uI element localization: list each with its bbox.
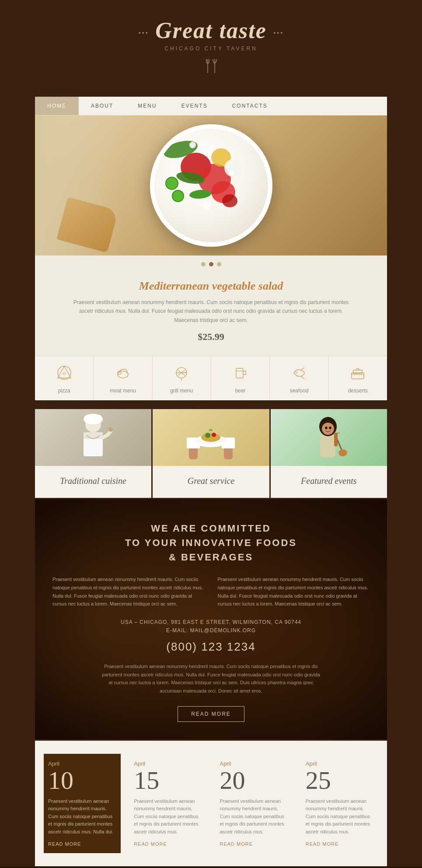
hero-text-section: Mediterranean vegetable salad Praesent v… — [35, 271, 387, 356]
svg-point-16 — [296, 371, 297, 373]
feature-img-music — [271, 409, 387, 466]
svg-rect-36 — [320, 435, 335, 457]
commitment-phone: (800) 123 1234 — [52, 640, 370, 654]
slider-dots — [35, 256, 387, 271]
feature-title-service: Great service — [153, 466, 269, 498]
nav-item-contacts[interactable]: CONTACTS — [220, 97, 280, 115]
feature-title-events: Featured events — [271, 466, 387, 498]
hero-description: Praesent vestibulum aenean nonummy hendr… — [70, 298, 352, 325]
event-card-2: April 15 Praesent vestibulum aenean nonu… — [129, 754, 206, 853]
event-desc-1: Praesent vestibulum aenean nonummy hendr… — [48, 798, 116, 836]
event-card-4: April 25 Praesent vestibulum aenean nonu… — [301, 754, 378, 853]
slider-dot-2[interactable] — [209, 262, 213, 266]
desserts-label: desserts — [333, 388, 383, 394]
site-title: Great taste — [9, 18, 413, 43]
commitment-read-more-button[interactable]: READ MORE — [178, 706, 244, 722]
svg-point-35 — [212, 433, 216, 437]
commitment-body-text: Praesent vestibulum aenean nonummy hendr… — [102, 662, 321, 695]
beer-label: beer — [216, 388, 265, 394]
svg-point-38 — [322, 423, 334, 435]
commitment-section: WE ARE COMMITTED TO YOUR INNOVATIVE FOOD… — [35, 499, 387, 739]
feature-img-chef — [35, 409, 151, 466]
event-card-1: April 10 Praesent vestibulum aenean nonu… — [44, 754, 121, 853]
feature-box-events: Featured events — [271, 409, 387, 498]
menu-item-pizza[interactable]: pizza — [35, 356, 94, 400]
fork-knife-icon — [9, 58, 413, 77]
feature-img-food — [153, 409, 269, 466]
grill-icon — [157, 365, 206, 384]
menu-item-meat[interactable]: meat menu — [94, 356, 152, 400]
hero-price: $25.99 — [70, 331, 352, 343]
menu-icons-row: pizza meat menu — [35, 356, 387, 400]
nav-item-events[interactable]: EVENTS — [169, 97, 220, 115]
feature-box-cuisine: Traditional cuisine — [35, 409, 151, 498]
feature-title-cuisine: Traditional cuisine — [35, 466, 151, 498]
event-day-2: 15 — [134, 768, 202, 793]
svg-point-34 — [205, 433, 210, 438]
svg-rect-14 — [236, 368, 243, 378]
desserts-icon — [333, 365, 383, 384]
pizza-label: pizza — [39, 388, 89, 394]
event-read-more-4[interactable]: READ MORE — [306, 841, 374, 847]
svg-rect-42 — [334, 433, 338, 446]
event-read-more-1[interactable]: READ MORE — [48, 841, 116, 847]
slider-dot-3[interactable] — [217, 262, 221, 266]
svg-point-5 — [58, 366, 71, 379]
commitment-columns: Praesent vestibulum aenean nonummy hendr… — [52, 575, 370, 608]
svg-point-40 — [329, 427, 331, 429]
event-card-3: April 20 Praesent vestibulum aenean nonu… — [216, 754, 293, 853]
main-nav: HOME ABOUT MENU EVENTS CONTACTS — [35, 97, 387, 116]
site-subtitle: CHICAGO CITY TAVERN — [9, 46, 413, 52]
meat-label: meat menu — [98, 388, 147, 394]
meat-icon — [98, 365, 147, 384]
menu-item-seafood[interactable]: seafood — [270, 356, 328, 400]
nav-item-about[interactable]: ABOUT — [79, 97, 126, 115]
slider-dot-1[interactable] — [201, 262, 206, 266]
svg-point-26 — [108, 427, 113, 432]
svg-point-6 — [63, 372, 66, 375]
commitment-email: E-MAIL: MAIL@DEMOLINK.ORG — [52, 627, 370, 634]
event-day-1: 10 — [48, 768, 116, 793]
seafood-label: seafood — [274, 388, 324, 394]
commitment-title: WE ARE COMMITTED TO YOUR INNOVATIVE FOOD… — [52, 521, 370, 564]
nav-item-home[interactable]: HOME — [35, 97, 79, 115]
menu-item-beer[interactable]: beer — [211, 356, 270, 400]
feature-box-service: Great service — [153, 409, 269, 498]
site-footer: Great taste CHICAGO CITY TAVERN — [0, 866, 422, 868]
hero-image — [35, 116, 387, 256]
pizza-icon — [39, 365, 89, 384]
menu-item-grill[interactable]: grill menu — [153, 356, 211, 400]
main-content: HOME ABOUT MENU EVENTS CONTACTS — [35, 97, 387, 400]
site-header: Great taste CHICAGO CITY TAVERN — [0, 0, 422, 92]
svg-point-33 — [201, 433, 220, 442]
nav-item-menu[interactable]: MENU — [126, 97, 169, 115]
menu-item-desserts[interactable]: desserts — [329, 356, 387, 400]
events-section: April 10 Praesent vestibulum aenean nonu… — [35, 741, 387, 866]
event-read-more-3[interactable]: READ MORE — [220, 841, 288, 847]
event-desc-2: Praesent vestibulum aenean nonummy hendr… — [134, 798, 202, 836]
event-desc-4: Praesent vestibulum aenean nonummy hendr… — [306, 798, 374, 836]
event-read-more-2[interactable]: READ MORE — [134, 841, 202, 847]
grill-label: grill menu — [157, 388, 206, 394]
seafood-icon — [274, 365, 324, 384]
commitment-address: USA – CHICAGO, 981 EAST E STREET, WILMIN… — [52, 619, 370, 625]
svg-point-41 — [338, 449, 347, 456]
svg-rect-25 — [86, 415, 100, 421]
event-day-4: 25 — [306, 768, 374, 793]
event-day-3: 20 — [220, 768, 288, 793]
hero-dish-title: Mediterranean vegetable salad — [70, 280, 352, 293]
event-desc-3: Praesent vestibulum aenean nonummy hendr… — [220, 798, 288, 836]
beer-icon — [216, 365, 265, 384]
feature-boxes: Traditional cuisine — [35, 409, 387, 498]
svg-rect-18 — [353, 370, 362, 374]
svg-point-39 — [325, 427, 327, 429]
commitment-col2: Praesent vestibulum aenean nonummy hendr… — [218, 575, 370, 608]
commitment-col1: Praesent vestibulum aenean nonummy hendr… — [52, 575, 205, 608]
